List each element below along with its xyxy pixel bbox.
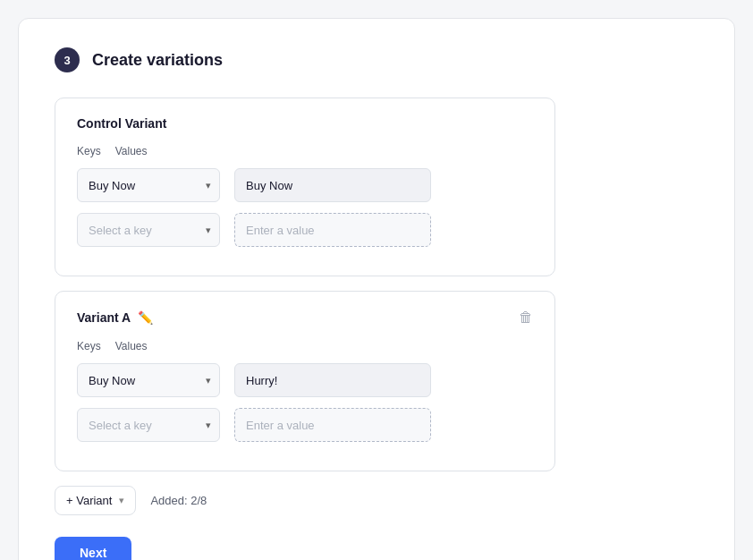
next-button[interactable]: Next	[55, 537, 131, 560]
variant-a-row1: Buy Now ▾	[77, 363, 533, 397]
control-variant-title: Control Variant	[77, 116, 166, 131]
variant-a-header: Variant A ✏️ 🗑	[77, 310, 533, 326]
control-variant-card: Control Variant Keys Values Buy Now ▾	[55, 98, 555, 276]
control-key-select-2[interactable]: Select a key	[77, 213, 220, 247]
variant-a-labels-row: Keys Values	[77, 340, 533, 352]
page-title: Create variations	[92, 51, 223, 70]
control-value-input-1[interactable]	[234, 168, 431, 202]
control-value-input-2[interactable]	[234, 213, 431, 247]
control-variant-row2: Select a key ▾	[77, 213, 533, 247]
keys-col-label: Keys	[77, 145, 101, 157]
variant-a-key-select-wrapper-2: Select a key ▾	[77, 408, 220, 442]
page-header: 3 Create variations	[55, 47, 698, 72]
control-variant-labels-row: Keys Values	[77, 145, 533, 157]
added-count: Added: 2/8	[150, 494, 207, 507]
page-container: 3 Create variations Control Variant Keys…	[18, 18, 735, 560]
control-variant-row1: Buy Now ▾	[77, 168, 533, 202]
control-key-select-wrapper: Buy Now ▾	[77, 168, 220, 202]
step-badge: 3	[55, 47, 80, 72]
variant-a-value-input-1[interactable]	[234, 363, 431, 397]
variant-a-value-input-2[interactable]	[234, 408, 431, 442]
control-variant-header: Control Variant	[77, 116, 533, 131]
add-variant-label: + Variant	[66, 494, 112, 507]
variant-a-key-select[interactable]: Buy Now	[77, 363, 220, 397]
values-col-label: Values	[115, 145, 148, 157]
values-label: Values	[115, 145, 148, 157]
keys-label: Keys	[77, 145, 101, 157]
variant-a-values-label: Values	[115, 340, 148, 352]
variant-a-row2: Select a key ▾	[77, 408, 533, 442]
variant-a-key-select-2[interactable]: Select a key	[77, 408, 220, 442]
variant-a-key-select-wrapper: Buy Now ▾	[77, 363, 220, 397]
control-key-select-wrapper-2: Select a key ▾	[77, 213, 220, 247]
add-variant-dropdown-arrow-icon: ▾	[119, 495, 124, 506]
variant-a-keys-col-label: Keys	[77, 340, 101, 352]
variant-a-values-col-label: Values	[115, 340, 148, 352]
bottom-actions: + Variant ▾ Added: 2/8	[55, 486, 698, 515]
variant-a-keys-label: Keys	[77, 340, 101, 352]
control-key-select[interactable]: Buy Now	[77, 168, 220, 202]
edit-variant-a-icon[interactable]: ✏️	[138, 310, 153, 325]
delete-variant-a-icon[interactable]: 🗑	[519, 310, 533, 326]
variant-a-title: Variant A ✏️	[77, 310, 153, 325]
add-variant-button[interactable]: + Variant ▾	[55, 486, 136, 515]
variant-a-card: Variant A ✏️ 🗑 Keys Values Buy Now ▾	[55, 291, 555, 471]
